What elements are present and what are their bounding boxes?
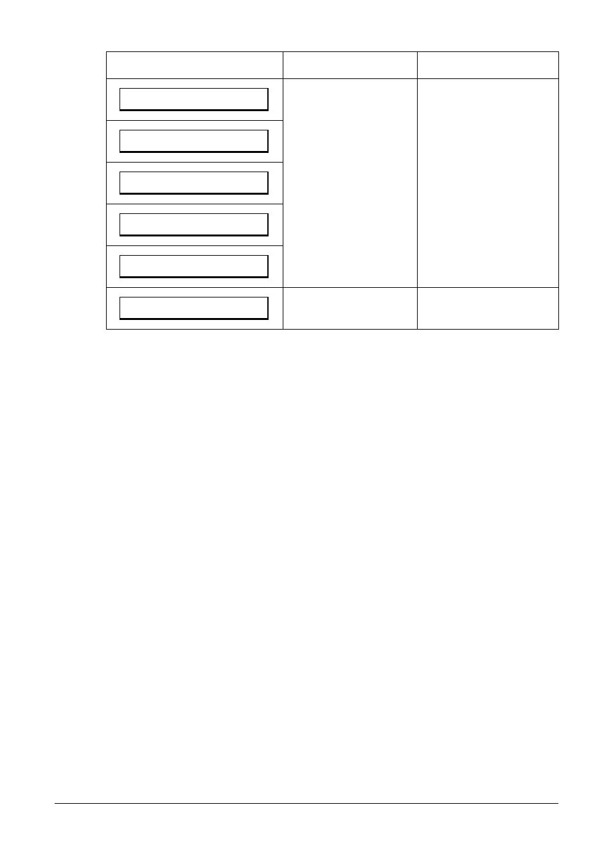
cell-col3	[418, 121, 559, 163]
data-table	[106, 51, 559, 330]
page-container	[0, 0, 613, 330]
input-box[interactable]	[120, 130, 269, 153]
input-box[interactable]	[120, 172, 269, 195]
table-row	[107, 204, 559, 246]
header-cell-3	[418, 52, 559, 79]
cell-col2	[283, 79, 418, 121]
header-cell-2	[283, 52, 418, 79]
header-cell-1	[107, 52, 283, 79]
cell-col2	[283, 246, 418, 288]
table-row	[107, 163, 559, 204]
cell-col1	[107, 79, 283, 121]
table-row	[107, 79, 559, 121]
input-box[interactable]	[120, 213, 269, 236]
table-header-row	[107, 52, 559, 79]
table-row	[107, 121, 559, 163]
cell-col2	[283, 204, 418, 246]
cell-col3	[418, 204, 559, 246]
cell-col1	[107, 246, 283, 288]
table-row	[107, 288, 559, 330]
cell-col1	[107, 163, 283, 204]
input-box[interactable]	[120, 255, 269, 278]
cell-col2	[283, 121, 418, 163]
footer-divider	[55, 803, 558, 804]
input-box[interactable]	[120, 88, 269, 111]
cell-col3	[418, 163, 559, 204]
cell-col3	[418, 246, 559, 288]
cell-col2	[283, 288, 418, 330]
cell-col1	[107, 121, 283, 163]
cell-col3	[418, 288, 559, 330]
table-row	[107, 246, 559, 288]
cell-col1	[107, 288, 283, 330]
cell-col3	[418, 79, 559, 121]
cell-col1	[107, 204, 283, 246]
cell-col2	[283, 163, 418, 204]
input-box[interactable]	[120, 297, 269, 320]
